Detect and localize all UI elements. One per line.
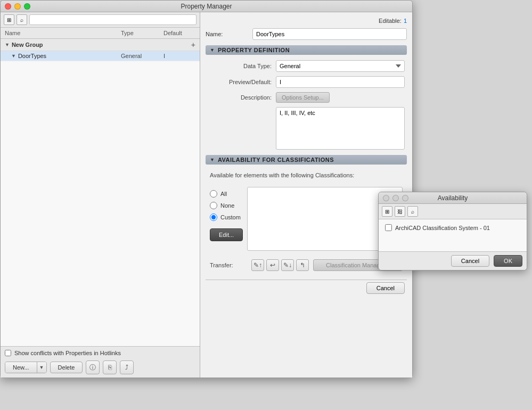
show-conflicts-checkbox[interactable] xyxy=(5,350,11,356)
popup-search-btn[interactable]: ⌕ xyxy=(407,206,418,217)
copy-icon: ⎘ xyxy=(108,364,112,371)
transfer-label: Transfer: xyxy=(210,262,247,268)
pencil-up-icon: ✎↑ xyxy=(253,261,262,269)
tree-group-row[interactable]: ▼ New Group + xyxy=(1,39,200,51)
popup-footer: Cancel OK xyxy=(379,251,527,270)
item-name: DoorTypes xyxy=(18,53,121,59)
radio-custom-row: Custom xyxy=(210,214,243,221)
group-expand-arrow: ▼ xyxy=(5,42,10,47)
new-dropdown-button[interactable]: ▼ xyxy=(37,362,46,373)
preview-default-input[interactable] xyxy=(276,76,405,88)
name-input[interactable] xyxy=(252,28,407,40)
avail-description-label: Available for elements with the followin… xyxy=(206,170,407,181)
data-type-row: Data Type: General Number Boolean Intege… xyxy=(206,60,407,72)
transfer-btn2[interactable]: ✎↓ xyxy=(281,259,294,271)
item-type: General xyxy=(121,53,163,59)
name-row: Name: xyxy=(206,28,407,40)
col-header-default: Default xyxy=(163,30,195,36)
popup-grid-icon: ⊞ xyxy=(385,209,389,215)
window-title: Property Manager xyxy=(181,3,232,10)
item-default: I xyxy=(163,53,195,59)
property-definition-section-header[interactable]: ▼ PROPERTY DEFINITION xyxy=(206,45,407,55)
popup-content: ArchiCAD Classification System - 01 xyxy=(379,219,527,251)
window-controls xyxy=(5,3,30,10)
availability-section-header[interactable]: ▼ AVAILABILITY FOR CLASSIFICATIONS xyxy=(206,155,407,165)
radio-custom-label: Custom xyxy=(220,214,241,220)
popup-search-icon: ⌕ xyxy=(411,209,414,215)
popup-maximize-btn[interactable] xyxy=(402,195,408,201)
col-header-name: Name xyxy=(5,30,121,36)
property-manager-window: Property Manager ⊞ ⌕ Name Type Default xyxy=(0,0,413,378)
export-button[interactable]: ⤴ xyxy=(120,360,134,374)
info-button[interactable]: ⓘ xyxy=(86,360,100,374)
group-label: New Group xyxy=(12,42,191,48)
transfer-up-btn[interactable]: ✎↑ xyxy=(251,259,264,271)
description-label: Description: xyxy=(208,94,272,101)
popup-cancel-button[interactable]: Cancel xyxy=(451,255,489,267)
popup-minimize-btn[interactable] xyxy=(392,195,399,201)
availability-popup: Availability ⊞ ⛓ ⌕ ArchiCAD Classificati… xyxy=(378,192,527,270)
property-def-arrow: ▼ xyxy=(210,47,215,53)
popup-link-btn[interactable]: ⛓ xyxy=(395,206,405,217)
left-panel: ⊞ ⌕ Name Type Default ▼ New Group + xyxy=(1,12,200,378)
new-button[interactable]: New... xyxy=(5,362,37,373)
bottom-action-row: Cancel xyxy=(206,280,407,296)
search-icon-btn[interactable]: ⌕ xyxy=(17,14,27,25)
description-area: I, II, III, IV, etc xyxy=(206,107,407,150)
pencil-down-icon: ↩ xyxy=(270,261,275,269)
name-label: Name: xyxy=(206,31,248,37)
description-header-row: Description: Options Setup... xyxy=(206,92,407,103)
desc-spacer xyxy=(208,107,272,109)
popup-grid-btn[interactable]: ⊞ xyxy=(382,206,392,217)
popup-titlebar: Availability xyxy=(379,192,527,204)
transfer-down-btn[interactable]: ↩ xyxy=(266,259,279,271)
avail-content: All None Custom Edit... xyxy=(206,185,407,253)
radio-all-row: All xyxy=(210,190,243,198)
info-icon: ⓘ xyxy=(89,363,96,372)
maximize-button[interactable] xyxy=(24,3,30,10)
editable-row: Editable: 1 xyxy=(206,18,407,24)
delete-button[interactable]: Delete xyxy=(50,362,83,373)
copy-button[interactable]: ⎘ xyxy=(103,360,117,374)
classification-checkbox[interactable] xyxy=(385,224,392,231)
grid-icon: ⊞ xyxy=(7,17,11,23)
classification-item-label: ArchiCAD Classification System - 01 xyxy=(395,225,490,231)
search-icon: ⌕ xyxy=(20,17,23,23)
property-def-title: PROPERTY DEFINITION xyxy=(218,47,290,53)
edit-button[interactable]: Edit... xyxy=(210,228,243,241)
radio-all[interactable] xyxy=(210,190,217,198)
pencil-export-icon: ✎↓ xyxy=(283,261,292,269)
data-type-select[interactable]: General Number Boolean Integer String xyxy=(276,60,405,72)
search-input[interactable] xyxy=(29,14,197,25)
close-button[interactable] xyxy=(5,3,11,10)
radio-group: All None Custom Edit... xyxy=(210,187,243,251)
item-expand-arrow: ▼ xyxy=(11,53,16,59)
preview-default-label: Preview/Default: xyxy=(208,79,272,85)
cancel-button[interactable]: Cancel xyxy=(366,282,405,294)
left-bottom: Show conflicts with Properties in Hotlin… xyxy=(1,346,200,378)
minimize-button[interactable] xyxy=(14,3,21,10)
editable-label: Editable: xyxy=(379,18,402,24)
popup-link-icon: ⛓ xyxy=(397,209,403,215)
window-titlebar: Property Manager xyxy=(1,1,412,12)
transfer-row: Transfer: ✎↑ ↩ ✎↓ ↰ Classification Man xyxy=(206,257,407,273)
window-body: ⊞ ⌕ Name Type Default ▼ New Group + xyxy=(1,12,412,378)
left-toolbar: ⊞ ⌕ xyxy=(1,12,200,28)
classification-item[interactable]: ArchiCAD Classification System - 01 xyxy=(383,223,522,233)
radio-custom[interactable] xyxy=(210,214,217,221)
avail-title: AVAILABILITY FOR CLASSIFICATIONS xyxy=(218,157,334,163)
tree-area: ▼ New Group + ▼ DoorTypes General I xyxy=(1,39,200,346)
transfer-icon: ↰ xyxy=(300,261,305,269)
col-header-type: Type xyxy=(121,30,163,36)
options-setup-button: Options Setup... xyxy=(276,92,330,103)
transfer-btn3[interactable]: ↰ xyxy=(296,259,309,271)
popup-close-btn[interactable] xyxy=(383,195,389,201)
grid-icon-btn[interactable]: ⊞ xyxy=(4,14,14,25)
description-textarea[interactable]: I, II, III, IV, etc xyxy=(276,107,405,150)
transfer-icons: ✎↑ ↩ ✎↓ ↰ xyxy=(251,259,309,271)
popup-toolbar: ⊞ ⛓ ⌕ xyxy=(379,204,527,219)
radio-none[interactable] xyxy=(210,202,217,209)
tree-item-row[interactable]: ▼ DoorTypes General I xyxy=(1,51,200,61)
popup-ok-button[interactable]: OK xyxy=(494,255,522,267)
group-add-button[interactable]: + xyxy=(191,40,195,49)
